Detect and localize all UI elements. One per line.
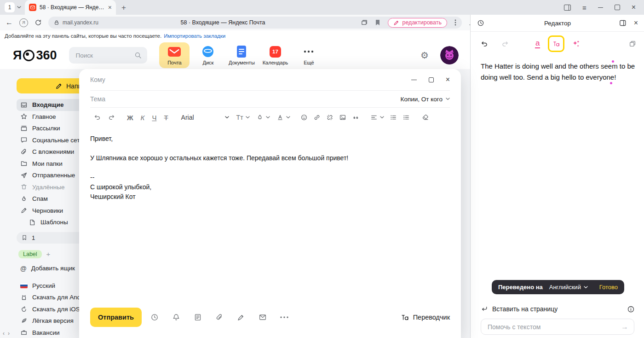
scroll-left-icon[interactable]: ‹: [3, 330, 5, 337]
undo-icon[interactable]: [481, 40, 489, 48]
window-close-icon[interactable]: ×: [632, 4, 636, 11]
underline-button[interactable]: Ч: [152, 114, 156, 122]
translate-icon: [552, 40, 560, 48]
submit-arrow-icon[interactable]: →: [621, 323, 628, 331]
compose-expand-icon[interactable]: [429, 77, 434, 82]
services-bar: Почта Диск Документы 17 Календарь: [159, 42, 324, 68]
collections-icon[interactable]: [361, 19, 368, 26]
service-disk[interactable]: Диск: [193, 42, 223, 68]
url-text: mail.yandex.ru: [63, 19, 98, 26]
search-icon[interactable]: [134, 52, 142, 59]
service-calendar[interactable]: 17 Календарь: [260, 42, 290, 68]
scroll-right-icon[interactable]: ›: [8, 330, 10, 337]
android-icon: [20, 294, 28, 301]
compose-minimize-icon[interactable]: [411, 80, 417, 80]
helper-input[interactable]: [487, 323, 617, 331]
panel-close-icon[interactable]: ×: [634, 19, 638, 27]
browser-window: 1 58 · Входящие — Яндекс Почта × + ≡ × ←…: [0, 0, 644, 338]
document-icon: [29, 219, 36, 226]
italic-button[interactable]: К: [141, 114, 145, 122]
image-icon[interactable]: [339, 114, 346, 121]
grammar-check-icon[interactable]: a: [535, 39, 540, 48]
font-size-select[interactable]: Tт: [236, 114, 250, 121]
window-maximize-icon[interactable]: [615, 5, 620, 10]
compose-to-row[interactable]: Кому ×: [90, 69, 450, 91]
more-vertical-icon[interactable]: [454, 19, 456, 26]
ghost-marker: [610, 82, 612, 84]
chevron-down-icon[interactable]: [17, 6, 21, 9]
schedule-clock-icon[interactable]: [150, 313, 159, 321]
unlink-icon[interactable]: [326, 114, 334, 121]
bullet-list-icon[interactable]: [390, 114, 397, 121]
helper-input-box[interactable]: →: [481, 319, 634, 335]
emoji-icon[interactable]: [300, 114, 308, 121]
undo-icon[interactable]: [94, 114, 101, 121]
import-bookmarks-link[interactable]: Импортировать закладки: [164, 33, 225, 39]
avatar[interactable]: [440, 46, 459, 64]
quote-icon[interactable]: [352, 114, 359, 121]
align-select[interactable]: [370, 114, 384, 121]
bookmark-icon[interactable]: [375, 19, 380, 26]
editor-text[interactable]: The Hatter is doing well and the others …: [481, 61, 636, 82]
note-icon[interactable]: [194, 313, 202, 321]
bold-button[interactable]: Ж: [127, 114, 133, 122]
sparkles-icon[interactable]: [571, 39, 581, 48]
link-icon[interactable]: [313, 114, 321, 121]
send-button[interactable]: Отправить: [90, 308, 142, 327]
open-in-window-icon[interactable]: [619, 19, 626, 27]
lock-icon: [54, 20, 59, 25]
service-docs[interactable]: Документы: [226, 42, 257, 68]
more-options-icon[interactable]: [280, 316, 288, 318]
tab-group-chip[interactable]: 1: [5, 2, 15, 12]
body-line: --: [90, 173, 450, 182]
signature-pen-icon[interactable]: [237, 313, 245, 321]
search-box[interactable]: [69, 47, 147, 64]
cc-from-toggle[interactable]: Копии, От кого: [401, 96, 450, 103]
info-icon[interactable]: [627, 306, 634, 313]
tab-close-icon[interactable]: ×: [108, 4, 112, 11]
redo-icon[interactable]: [108, 114, 115, 121]
copy-icon[interactable]: [629, 40, 636, 47]
highlight-color-select[interactable]: [256, 114, 270, 121]
browser-menu-icon[interactable]: ≡: [582, 4, 586, 11]
add-label-icon[interactable]: +: [46, 250, 51, 258]
compose-subject-row[interactable]: Тема Копии, От кого: [90, 91, 450, 108]
russian-flag-icon: [20, 283, 28, 288]
attach-paperclip-icon[interactable]: [215, 313, 224, 321]
window-minimize-icon[interactable]: [598, 7, 603, 8]
label-chip[interactable]: Label: [18, 250, 42, 258]
compose-close-icon[interactable]: ×: [446, 76, 450, 83]
refresh-icon[interactable]: [34, 19, 42, 26]
font-family-select[interactable]: Arial: [181, 114, 229, 121]
new-tab-button[interactable]: +: [121, 4, 126, 12]
translator-button[interactable]: Переводчик: [401, 313, 450, 322]
gear-icon[interactable]: ⚙: [420, 51, 429, 60]
envelope-icon[interactable]: [259, 313, 267, 321]
reminder-bell-icon[interactable]: [172, 313, 180, 321]
search-input[interactable]: [75, 52, 120, 59]
yandex-360-logo[interactable]: Я 360: [13, 48, 57, 63]
mail-header: Я 360 Почта Диск: [0, 41, 470, 69]
message-body[interactable]: Привет, У Шляпника все хорошо у остальны…: [90, 134, 450, 202]
history-clock-icon[interactable]: [477, 19, 484, 27]
edit-chip-button[interactable]: редактировать: [388, 18, 447, 28]
stack-icon: [20, 125, 28, 132]
language-select[interactable]: Английский: [549, 284, 588, 291]
side-panels-icon[interactable]: [564, 5, 571, 11]
done-button[interactable]: Готово: [599, 284, 618, 291]
redo-icon[interactable]: [501, 40, 509, 48]
service-more[interactable]: Ещё: [293, 42, 324, 68]
horizontal-scroll-arrows[interactable]: ‹ ›: [3, 330, 10, 337]
back-icon[interactable]: ←: [6, 19, 13, 26]
service-mail[interactable]: Почта: [159, 42, 190, 68]
insert-to-page-button[interactable]: Вставить на страницу: [481, 303, 634, 315]
strikethrough-button[interactable]: Т: [164, 114, 168, 122]
address-bar[interactable]: mail.yandex.ru 58 · Входящие — Яндекс По…: [48, 17, 462, 29]
numbered-list-icon[interactable]: [402, 114, 410, 121]
eraser-icon[interactable]: [422, 114, 429, 121]
browser-tab[interactable]: 58 · Входящие — Яндекс Почта ×: [25, 0, 116, 15]
translate-highlight-box[interactable]: [548, 35, 564, 52]
yandex-button-icon[interactable]: Я: [19, 18, 28, 27]
text-color-select[interactable]: [276, 114, 290, 121]
mail-service-icon: [168, 46, 181, 58]
